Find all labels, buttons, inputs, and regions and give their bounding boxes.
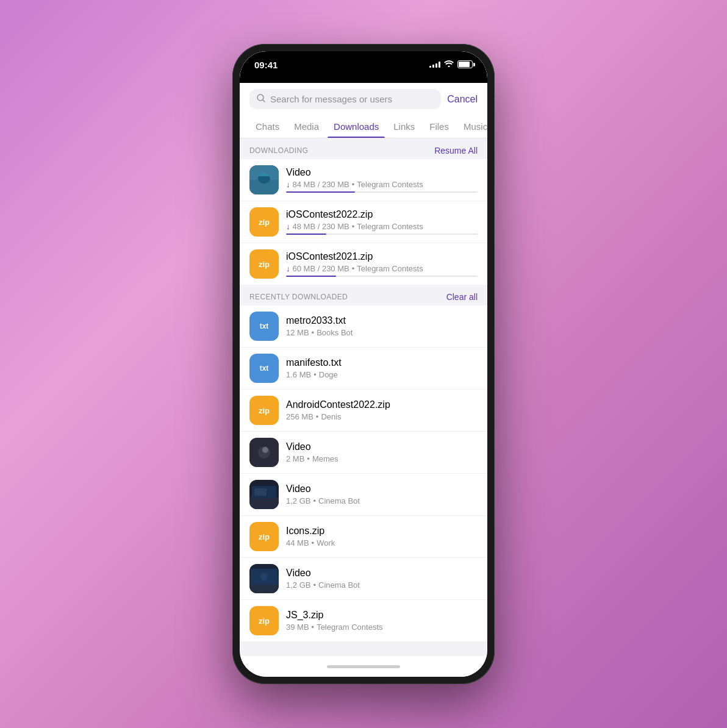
search-input-wrapper[interactable]: Search for messages or users [249,89,441,109]
tabs-row: Chats Media Downloads Links Files Music [240,115,487,138]
status-icons [429,60,473,69]
item-meta: 1,2 GB • Cinema Bot [286,496,478,505]
resume-all-button[interactable]: Resume All [434,146,478,155]
tab-files[interactable]: Files [423,115,455,138]
wifi-icon [444,60,454,69]
battery-icon [457,60,473,68]
zip-label: zip [259,616,270,626]
zip-icon: zip [249,606,279,635]
video-thumbnail [249,564,279,593]
svg-point-6 [262,447,268,453]
search-icon [257,94,265,104]
list-item[interactable]: zip Icons.zip 44 MB • Work [240,516,487,558]
tab-downloads[interactable]: Downloads [328,115,385,138]
item-meta: ↓ 60 MB / 230 MB • Telegram Contests [286,264,478,273]
list-item[interactable]: zip iOSContest2021.zip ↓ 60 MB / 230 MB … [240,243,487,285]
item-meta: ↓ 48 MB / 230 MB • Telegram Contests [286,222,478,231]
video-thumbnail [249,165,279,194]
home-indicator-area [240,656,487,677]
recently-downloaded-section-header: RECENTLY DOWNLOADED Clear all [240,285,487,305]
item-name: JS_3.zip [286,610,478,621]
zip-icon: zip [249,249,279,279]
search-bar-row: Search for messages or users Cancel [240,83,487,115]
cancel-button[interactable]: Cancel [447,94,478,105]
phone-frame: 09:41 [232,44,495,684]
list-item[interactable]: txt manifesto.txt 1.6 MB • Doge [240,348,487,390]
item-name: Video [286,167,478,178]
tab-media[interactable]: Media [288,115,325,138]
signal-icon [429,62,440,68]
item-name: AndroidContest2022.zip [286,399,478,410]
zip-icon: zip [249,396,279,425]
svg-rect-10 [254,488,267,496]
download-arrow-icon: ↓ [286,222,290,231]
video-thumbnail [249,438,279,467]
item-name: Video [286,441,478,452]
progress-bar [286,234,478,235]
clear-all-button[interactable]: Clear all [446,292,478,302]
progress-bar [286,191,478,193]
zip-label: zip [259,532,270,541]
svg-rect-8 [249,497,279,509]
item-name: manifesto.txt [286,357,478,368]
item-meta: 12 MB • Books Bot [286,328,478,337]
list-item[interactable]: zip iOSContest2022.zip ↓ 48 MB / 230 MB … [240,201,487,243]
zip-label: zip [259,218,270,227]
item-info: Icons.zip 44 MB • Work [286,526,478,548]
list-item[interactable]: Video 1,2 GB • Cinema Bot [240,558,487,600]
item-info: AndroidContest2022.zip 256 MB • Denis [286,399,478,421]
zip-icon: zip [249,207,279,237]
tab-chats[interactable]: Chats [249,115,285,138]
list-item[interactable]: zip JS_3.zip 39 MB • Telegram Contests [240,600,487,641]
list-item[interactable]: Video ↓ 84 MB / 230 MB • Telegram Contes… [240,159,487,201]
item-info: iOSContest2022.zip ↓ 48 MB / 230 MB • Te… [286,209,478,235]
item-info: JS_3.zip 39 MB • Telegram Contests [286,610,478,632]
item-name: Video [286,568,478,579]
item-name: Icons.zip [286,526,478,537]
status-time: 09:41 [254,60,278,70]
tab-links[interactable]: Links [387,115,421,138]
item-name: Video [286,484,478,494]
item-meta: 39 MB • Telegram Contests [286,623,478,632]
download-arrow-icon: ↓ [286,180,290,189]
item-info: iOSContest2021.zip ↓ 60 MB / 230 MB • Te… [286,251,478,277]
item-meta: 2 MB • Memes [286,454,478,463]
tab-music[interactable]: Music [457,115,487,138]
txt-icon: txt [249,354,279,383]
zip-icon: zip [249,522,279,551]
list-item[interactable]: zip AndroidContest2022.zip 256 MB • Deni… [240,390,487,432]
downloading-label: DOWNLOADING [249,146,308,155]
downloading-section-header: DOWNLOADING Resume All [240,138,487,159]
item-info: Video 2 MB • Memes [286,441,478,463]
item-meta: 1.6 MB • Doge [286,370,478,379]
item-name: metro2033.txt [286,315,478,326]
item-name: iOSContest2021.zip [286,251,478,262]
list-item[interactable]: txt metro2033.txt 12 MB • Books Bot [240,305,487,348]
item-info: Video ↓ 84 MB / 230 MB • Telegram Contes… [286,167,478,193]
list-item[interactable]: Video 1,2 GB • Cinema Bot [240,474,487,516]
notch [324,51,403,71]
progress-bar [286,276,478,277]
zip-label: zip [259,406,270,415]
item-name: iOSContest2022.zip [286,209,478,220]
download-arrow-icon: ↓ [286,264,290,273]
video-thumbnail [249,480,279,509]
recently-downloaded-label: RECENTLY DOWNLOADED [249,293,348,301]
phone-screen: 09:41 [240,51,487,677]
downloading-list: Video ↓ 84 MB / 230 MB • Telegram Contes… [240,159,487,285]
list-item[interactable]: Video 2 MB • Memes [240,432,487,474]
item-info: Video 1,2 GB • Cinema Bot [286,484,478,505]
screen-content: Search for messages or users Cancel Chat… [240,83,487,677]
scroll-content[interactable]: DOWNLOADING Resume All [240,138,487,656]
txt-label: txt [260,322,269,330]
item-meta: 256 MB • Denis [286,412,478,421]
item-meta: 44 MB • Work [286,538,478,548]
status-bar: 09:41 [240,51,487,83]
item-meta: 1,2 GB • Cinema Bot [286,580,478,590]
item-info: manifesto.txt 1.6 MB • Doge [286,357,478,379]
zip-label: zip [259,260,270,269]
home-indicator [327,665,400,668]
search-placeholder: Search for messages or users [270,94,392,104]
txt-label: txt [260,364,269,373]
txt-icon: txt [249,312,279,341]
